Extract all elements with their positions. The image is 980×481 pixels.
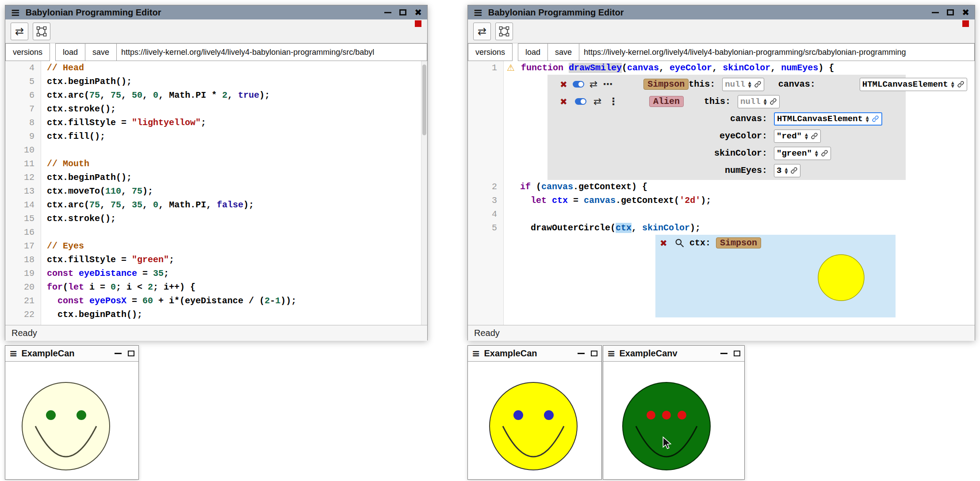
stepper-icon[interactable]: ▲▼: [748, 81, 751, 88]
hamburger-menu-icon[interactable]: ≡: [9, 349, 17, 359]
stepper-icon[interactable]: ▲▼: [815, 150, 818, 157]
link-icon[interactable]: [821, 149, 828, 157]
titlebar[interactable]: ≡ Babylonian Programming Editor ✖: [468, 5, 975, 19]
code-editor[interactable]: 4// Head5ctx.beginPath();6ctx.arc(75, 75…: [5, 61, 427, 325]
canvas-content[interactable]: [5, 362, 138, 481]
code-line[interactable]: 18ctx.fillStyle = "green";: [5, 253, 427, 267]
save-button[interactable]: save: [547, 43, 579, 61]
minimize-button[interactable]: [932, 12, 939, 13]
example-name-badge[interactable]: Simpson: [643, 79, 689, 90]
inspect-region-button[interactable]: [495, 23, 513, 40]
load-button[interactable]: load: [55, 43, 85, 61]
titlebar[interactable]: ≡ Babylonian Programming Editor ✖: [5, 5, 427, 19]
code-line[interactable]: 11// Mouth: [5, 157, 427, 171]
stepper-icon[interactable]: ▲▼: [764, 98, 767, 105]
stepper-icon[interactable]: ▲▼: [951, 81, 954, 88]
link-icon[interactable]: [872, 115, 879, 122]
code-line[interactable]: 5 drawOuterCircle(ctx, skinColor);: [468, 221, 975, 235]
warning-icon[interactable]: ⚠: [507, 61, 519, 75]
link-icon[interactable]: [811, 132, 818, 140]
minimize-button[interactable]: [578, 353, 585, 354]
close-button[interactable]: ✖: [414, 8, 422, 17]
value-box[interactable]: 3▲▼: [774, 164, 800, 177]
stepper-icon[interactable]: ▲▼: [866, 115, 869, 122]
scrollbar-thumb[interactable]: [422, 65, 426, 135]
versions-button[interactable]: versions: [5, 43, 50, 61]
code-line[interactable]: 3 let ctx = canvas.getContext('2d');: [468, 194, 975, 207]
minimize-button[interactable]: [115, 353, 122, 354]
titlebar[interactable]: ≡ ExampleCan: [5, 346, 138, 362]
link-icon[interactable]: [790, 167, 798, 174]
code-line[interactable]: 2 if (canvas.getContext) {: [468, 180, 975, 194]
code-line[interactable]: 12ctx.beginPath();: [5, 171, 427, 184]
value-box[interactable]: null▲▼: [722, 78, 764, 91]
code-line[interactable]: 17// Eyes: [5, 239, 427, 253]
code-line[interactable]: 20for(let i = 0; i < 2; i++) {: [5, 280, 427, 294]
minimize-button[interactable]: [720, 353, 727, 354]
delete-probe-icon[interactable]: ✖: [660, 238, 670, 248]
close-button[interactable]: ✖: [962, 8, 969, 17]
code-line[interactable]: 15ctx.stroke();: [5, 212, 427, 225]
maximize-button[interactable]: [128, 351, 134, 356]
link-icon[interactable]: [754, 80, 762, 88]
value-box[interactable]: "red"▲▼: [774, 130, 821, 143]
example-toggle[interactable]: [575, 98, 586, 105]
delete-example-icon[interactable]: ✖: [560, 96, 570, 107]
value-box[interactable]: HTMLCanvasElement▲▼: [774, 112, 882, 126]
link-icon[interactable]: [769, 98, 777, 105]
code-line[interactable]: 6ctx.arc(75, 75, 50, 0, Math.PI * 2, tru…: [5, 88, 427, 102]
maximize-button[interactable]: [591, 351, 597, 356]
save-button[interactable]: save: [85, 43, 117, 61]
url-field[interactable]: https://lively-kernel.org/lively4/lively…: [116, 43, 427, 61]
hamburger-menu-icon[interactable]: ≡: [472, 349, 480, 359]
code-line[interactable]: 21 const eyePosX = 60 + i*(eyeDistance /…: [5, 294, 427, 308]
code-line[interactable]: 22 ctx.beginPath();: [5, 308, 427, 321]
value-box[interactable]: "green"▲▼: [774, 147, 831, 160]
maximize-button[interactable]: [734, 351, 740, 356]
scrollbar[interactable]: [421, 61, 427, 325]
magnifier-icon[interactable]: [675, 238, 684, 248]
canvas-content[interactable]: [468, 362, 601, 481]
code-line[interactable]: 13ctx.moveTo(110, 75);: [5, 184, 427, 198]
titlebar[interactable]: ≡ ExampleCan: [468, 346, 601, 362]
trace-arrows-icon[interactable]: ⇄: [592, 96, 603, 107]
stepper-icon[interactable]: ▲▼: [805, 133, 808, 140]
value-box[interactable]: null▲▼: [738, 95, 780, 108]
code-editor[interactable]: 1⚠function drawSmiley(canvas, eyeColor, …: [468, 61, 975, 325]
value-box[interactable]: HTMLCanvasElement▲▼: [860, 78, 967, 91]
code-line[interactable]: 19const eyeDistance = 35;: [5, 267, 427, 280]
code-line[interactable]: 9ctx.fill();: [5, 130, 427, 143]
example-name-badge[interactable]: Alien: [649, 96, 684, 107]
titlebar[interactable]: ≡ ExampleCanv: [603, 346, 744, 362]
stepper-icon[interactable]: ▲▼: [785, 167, 788, 174]
example-toggle[interactable]: [573, 81, 584, 88]
code-line[interactable]: 4: [468, 207, 975, 221]
code-line[interactable]: 7ctx.stroke();: [5, 102, 427, 116]
trace-arrows-icon[interactable]: ⇄: [590, 79, 597, 90]
delete-example-icon[interactable]: ✖: [560, 79, 567, 90]
minimize-button[interactable]: [384, 12, 391, 13]
example-menu-icon[interactable]: ⋮: [609, 96, 618, 107]
swap-arrows-button[interactable]: ⇄: [473, 23, 491, 40]
code-line[interactable]: 16: [5, 225, 427, 239]
code-line[interactable]: 1⚠function drawSmiley(canvas, eyeColor, …: [468, 61, 975, 75]
url-field[interactable]: https://lively-kernel.org/lively4/lively…: [579, 43, 975, 61]
probe-example-badge[interactable]: Simpson: [716, 237, 761, 248]
example-menu-icon[interactable]: ⋯: [603, 79, 612, 90]
hamburger-menu-icon[interactable]: ≡: [11, 7, 20, 18]
hamburger-menu-icon[interactable]: ≡: [473, 7, 483, 18]
maximize-button[interactable]: [399, 9, 406, 15]
versions-button[interactable]: versions: [468, 43, 513, 61]
swap-arrows-button[interactable]: ⇄: [11, 23, 28, 40]
link-icon[interactable]: [957, 80, 965, 88]
code-line[interactable]: 4// Head: [5, 61, 427, 75]
hamburger-menu-icon[interactable]: ≡: [607, 349, 615, 359]
code-line[interactable]: 5ctx.beginPath();: [5, 75, 427, 88]
maximize-button[interactable]: [947, 9, 954, 15]
code-line[interactable]: 14ctx.arc(75, 75, 35, 0, Math.PI, false)…: [5, 198, 427, 212]
canvas-content[interactable]: [603, 362, 744, 481]
code-line[interactable]: 8ctx.fillStyle = "lightyellow";: [5, 116, 427, 130]
inspect-region-button[interactable]: [33, 23, 50, 40]
code-line[interactable]: 10: [5, 143, 427, 157]
load-button[interactable]: load: [518, 43, 548, 61]
